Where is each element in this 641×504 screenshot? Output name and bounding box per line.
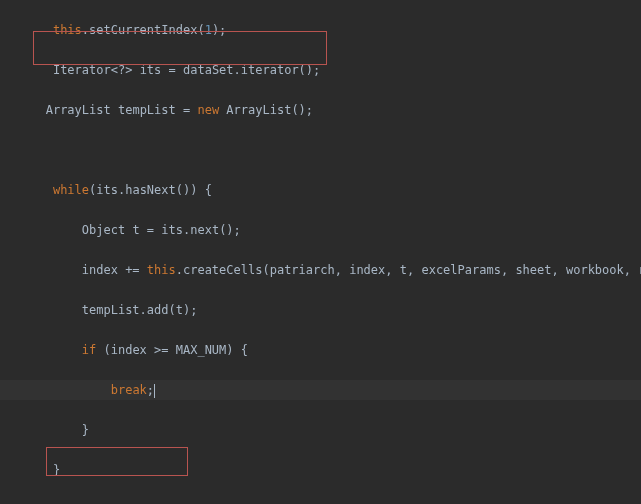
arg: sheet: [515, 263, 551, 277]
var: index: [111, 343, 147, 357]
code-line: }: [0, 460, 641, 480]
type-ref: Iterator: [53, 63, 111, 77]
arg: patriarch: [270, 263, 335, 277]
code-line: Object t = its.next();: [0, 220, 641, 240]
code-line: this.setCurrentIndex(1);: [0, 20, 641, 40]
method-call: iterator: [241, 63, 299, 77]
var: tempList: [82, 303, 140, 317]
var: t: [132, 223, 139, 237]
var: index: [82, 263, 118, 277]
ctor: ArrayList: [226, 103, 291, 117]
var: its: [96, 183, 118, 197]
code-line: [0, 500, 641, 504]
var: dataSet: [183, 63, 234, 77]
type-ref: Object: [82, 223, 125, 237]
arg: index: [349, 263, 385, 277]
num-lit: 1: [205, 23, 212, 37]
kw-break: break: [111, 383, 147, 397]
code-editor[interactable]: this.setCurrentIndex(1); Iterator<?> its…: [0, 0, 641, 504]
kw-if: if: [82, 343, 96, 357]
type-ref: ArrayList: [46, 103, 111, 117]
code-line: index += this.createCells(patriarch, ind…: [0, 260, 641, 280]
code-line: [0, 140, 641, 160]
kw-this: this: [147, 263, 176, 277]
arg: t: [400, 263, 407, 277]
method-call: add: [147, 303, 169, 317]
code-line: Iterator<?> its = dataSet.iterator();: [0, 60, 641, 80]
code-line: while(its.hasNext()) {: [0, 180, 641, 200]
const: MAX_NUM: [176, 343, 227, 357]
method-call: createCells: [183, 263, 262, 277]
kw-this: this: [53, 23, 82, 37]
code-line: }: [0, 420, 641, 440]
arg: workbook: [566, 263, 624, 277]
var: its: [161, 223, 183, 237]
arg: excelParams: [421, 263, 500, 277]
var: tempList: [118, 103, 176, 117]
arg: t: [176, 303, 183, 317]
text-cursor: [154, 384, 155, 398]
method-call: hasNext: [125, 183, 176, 197]
code-line-current: break;: [0, 380, 641, 400]
code-line: tempList.add(t);: [0, 300, 641, 320]
var: its: [140, 63, 162, 77]
method-call: setCurrentIndex: [89, 23, 197, 37]
code-line: if (index >= MAX_NUM) {: [0, 340, 641, 360]
code-line: ArrayList tempList = new ArrayList();: [0, 100, 641, 120]
generic: ?: [118, 63, 125, 77]
kw-new: new: [197, 103, 219, 117]
kw-while: while: [53, 183, 89, 197]
method-call: next: [190, 223, 219, 237]
